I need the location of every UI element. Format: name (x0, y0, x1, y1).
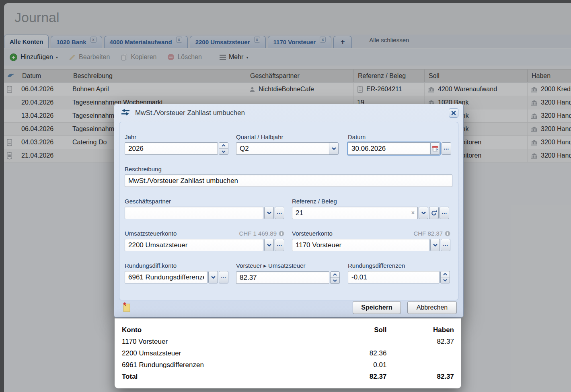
spinner-up-icon[interactable] (219, 143, 228, 149)
geschaeftspartner-input[interactable] (125, 207, 263, 219)
preview-header: Konto Soll Haben (122, 324, 454, 336)
refresh-icon[interactable] (429, 207, 439, 219)
close-icon[interactable] (449, 108, 458, 118)
dialog-header: MwSt./Vorsteuer Zahllast umbuchen (114, 104, 463, 122)
referenz-more-button[interactable]: ⋯ (440, 207, 449, 219)
quartal-select[interactable] (236, 142, 329, 155)
vorsteuerkonto-label: Vorsteuerkonto (292, 230, 333, 237)
rundungsdifferenzen-label: Rundungsdifferenzen (348, 262, 450, 269)
vorsteuerkonto-input[interactable] (292, 239, 429, 251)
geschaeftspartner-more-button[interactable]: ⋯ (275, 207, 284, 219)
vorsteuerkonto-saldo: CHF 82.37 (413, 230, 450, 237)
jahr-label: Jahr (125, 133, 228, 140)
umsatzsteuerkonto-saldo: CHF 1 469.89 (239, 230, 284, 237)
geschaeftspartner-dropdown-button[interactable] (264, 207, 274, 219)
preview-konto: 6961 Rundungsdifferenzen (122, 359, 290, 371)
preview-konto: 2200 Umsatzsteuer (122, 347, 290, 359)
preview-haben (386, 359, 454, 371)
booking-preview-panel: Konto Soll Haben 1170 Vorsteuer82.372200… (115, 318, 461, 388)
save-button[interactable]: Speichern (353, 301, 401, 314)
info-icon (445, 231, 450, 236)
preview-header-soll: Soll (290, 324, 386, 336)
umsatzsteuerkonto-input[interactable] (125, 239, 263, 251)
referenz-dropdown-button[interactable] (419, 207, 428, 219)
preview-total-label: Total (122, 371, 290, 382)
preview-row: 6961 Rundungsdifferenzen0.01 (122, 359, 454, 371)
preview-rows: 1170 Vorsteuer82.372200 Umsatzsteuer82.3… (122, 336, 454, 371)
referenz-input[interactable] (292, 207, 418, 219)
rundungsdiffkonto-input[interactable] (125, 271, 207, 283)
datum-label: Datum (348, 133, 451, 140)
rundungsdiffkonto-label: Rundungsdiff.konto (125, 262, 228, 269)
jahr-spinner[interactable] (219, 142, 228, 155)
vorsteuer-umsatzsteuer-spinner[interactable] (330, 271, 340, 284)
note-icon[interactable] (122, 302, 131, 314)
info-icon (279, 231, 284, 236)
preview-total-soll: 82.37 (290, 371, 386, 382)
quartal-dropdown-button[interactable] (329, 142, 339, 155)
cancel-button[interactable]: Abbrechen (407, 301, 457, 314)
referenz-label: Referenz / Beleg (292, 198, 449, 205)
spinner-up-icon[interactable] (441, 271, 450, 277)
jahr-input[interactable] (125, 142, 218, 155)
vorsteuer-umsatzsteuer-input[interactable] (236, 271, 329, 284)
spinner-down-icon[interactable] (219, 149, 228, 154)
umsatzsteuerkonto-dropdown-button[interactable] (264, 239, 274, 251)
vorsteuerkonto-dropdown-button[interactable] (430, 239, 440, 251)
umsatzsteuerkonto-more-button[interactable]: ⋯ (275, 239, 284, 251)
preview-konto: 1170 Vorsteuer (122, 336, 290, 347)
spinner-up-icon[interactable] (331, 272, 339, 278)
vorsteuer-umsatzsteuer-label: Vorsteuer ▸ Umsatzsteuer (236, 262, 340, 269)
beschreibung-input[interactable] (125, 174, 452, 187)
preview-soll (290, 336, 386, 347)
app-window: Journal Alle Konten1020 Bankx4000 Materi… (0, 0, 571, 392)
preview-total-haben: 82.37 (386, 371, 454, 382)
beschreibung-label: Beschreibung (125, 166, 452, 172)
dialog-title: MwSt./Vorsteuer Zahllast umbuchen (135, 109, 245, 117)
datum-more-button[interactable]: ⋯ (442, 142, 451, 155)
rundungsdiffkonto-dropdown-button[interactable] (208, 271, 218, 283)
umsatzsteuerkonto-label: Umsatzsteuerkonto (125, 230, 177, 237)
preview-header-konto: Konto (122, 324, 290, 336)
geschaeftspartner-label: Geschäftspartner (125, 198, 284, 205)
calendar-icon[interactable] (430, 142, 440, 155)
preview-haben (386, 347, 454, 359)
vorsteuerkonto-more-button[interactable]: ⋯ (441, 239, 450, 251)
datum-input[interactable] (348, 142, 430, 155)
dialog-form-panel: Jahr Quartal / Halbjahr Datum (119, 122, 458, 300)
rundungsdiffkonto-more-button[interactable]: ⋯ (219, 271, 228, 283)
rundungsdifferenzen-spinner[interactable] (440, 271, 450, 283)
preview-haben: 82.37 (386, 336, 454, 347)
clear-icon[interactable]: × (411, 209, 415, 216)
preview-row: 2200 Umsatzsteuer82.36 (122, 347, 454, 359)
rundungsdifferenzen-input[interactable] (348, 271, 440, 283)
preview-row: 1170 Vorsteuer82.37 (122, 336, 454, 347)
preview-header-haben: Haben (386, 324, 454, 336)
preview-soll: 82.36 (290, 347, 386, 359)
quartal-label: Quartal / Halbjahr (236, 133, 339, 140)
spinner-down-icon[interactable] (441, 277, 450, 283)
swap-arrows-icon (121, 109, 130, 117)
preview-soll: 0.01 (290, 359, 386, 371)
spinner-down-icon[interactable] (331, 278, 339, 283)
preview-total-row: Total 82.37 82.37 (122, 371, 454, 382)
vat-rebooking-dialog: MwSt./Vorsteuer Zahllast umbuchen Jahr Q… (114, 104, 464, 318)
